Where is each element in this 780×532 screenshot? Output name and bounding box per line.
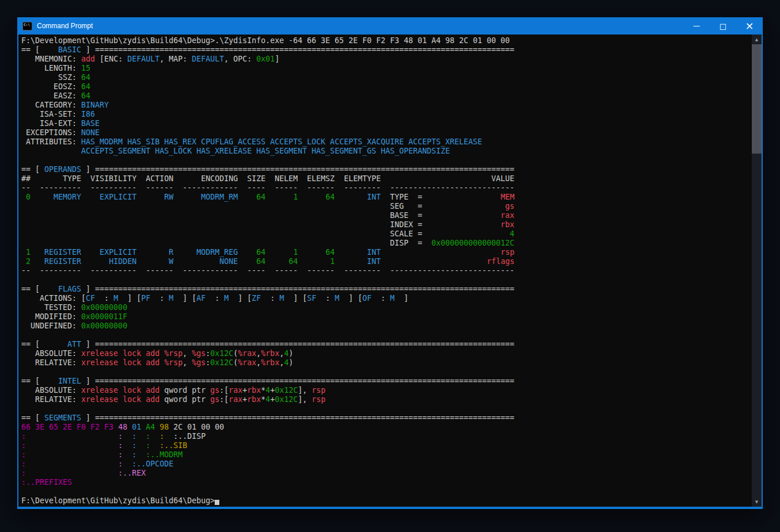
text-segment: ] [ <box>229 294 252 303</box>
text-segment: rsp <box>311 386 325 395</box>
text-segment: ATT <box>44 340 81 349</box>
terminal-line: -- --------- ---------- ------ ---------… <box>21 183 752 193</box>
text-segment: SSZ: <box>21 73 81 82</box>
text-segment: NONE <box>81 128 100 137</box>
terminal-line: == [ BASIC ] ===========================… <box>21 45 752 55</box>
scrollbar-thumb[interactable] <box>752 44 762 154</box>
text-segment: LENGTH: <box>21 64 81 72</box>
terminal-line: TESTED: 0x00000000 <box>21 303 752 312</box>
text-segment: UNDEFINED: <box>21 322 81 330</box>
terminal-line: MNEMONIC: add [ENC: DEFAULT, MAP: DEFAUL… <box>21 55 752 64</box>
text-segment: INT <box>344 248 381 257</box>
text-segment: : <box>372 294 390 303</box>
text-segment: rbx <box>501 220 515 229</box>
scroll-down-button[interactable]: ▼ <box>752 497 762 507</box>
text-segment <box>21 147 81 155</box>
terminal-line <box>21 487 752 496</box>
text-segment: :..DISP <box>173 432 206 441</box>
text-segment: :..SIB <box>159 441 187 450</box>
text-segment: : <box>150 294 169 303</box>
terminal-line: INDEX = rbx <box>21 220 752 229</box>
text-segment: ] <box>81 165 95 174</box>
text-segment: , <box>182 358 192 367</box>
terminal-line: : : : : : :..DISP <box>21 432 752 441</box>
text-segment: 0x12C <box>210 358 233 367</box>
text-segment: M <box>335 294 340 303</box>
text-segment: ATTRIBUTES: <box>21 137 81 146</box>
terminal-line: == [ SEGMENTS ] ========================… <box>21 414 752 423</box>
text-segment: : <box>132 441 136 450</box>
text-segment: MNEMONIC: <box>21 55 81 63</box>
text-segment: : <box>132 450 136 459</box>
scrollbar[interactable]: ▲ ▼ <box>752 35 762 507</box>
text-segment <box>422 211 500 220</box>
text-segment <box>21 202 390 210</box>
text-segment <box>31 248 40 257</box>
text-segment: BINARY <box>81 101 109 109</box>
terminal-line: SSZ: 64 <box>21 73 752 82</box>
text-segment: %rbx <box>261 349 279 358</box>
text-segment: F:\Development\GitHub\zydis\Build64\Debu… <box>21 36 510 45</box>
text-segment <box>136 257 146 266</box>
close-button[interactable]: × <box>736 17 763 35</box>
text-segment: ] [ <box>118 294 141 303</box>
terminal-line: F:\Development\GitHub\zydis\Build64\Debu… <box>21 36 752 45</box>
text-segment: : <box>21 450 26 459</box>
text-segment: [ENC: <box>95 55 127 63</box>
cmd-icon: C:\ <box>22 22 32 30</box>
text-segment: 64 <box>81 82 90 91</box>
text-segment: ========================================… <box>95 285 515 293</box>
text-segment: xrelease lock add %rsp <box>81 349 182 358</box>
text-segment: NONE <box>182 257 238 266</box>
text-segment: TESTED: <box>21 303 81 312</box>
text-segment <box>238 248 247 257</box>
maximize-button[interactable]: □ <box>710 17 736 35</box>
text-segment <box>81 257 90 266</box>
scroll-up-button[interactable]: ▲ <box>752 35 762 44</box>
text-segment <box>21 229 390 238</box>
text-segment: : <box>118 432 123 441</box>
text-segment: xrelease lock add <box>81 395 159 404</box>
terminal-line: == [ ATT ] =============================… <box>21 340 752 349</box>
text-segment: 0x0000011F <box>81 312 127 321</box>
text-segment: rsp <box>501 248 515 257</box>
cmd-icon-text: C:\ <box>24 22 30 26</box>
text-segment: 2 <box>21 257 31 266</box>
text-segment: SEGMENTS <box>44 414 81 422</box>
text-segment: ISA-EXT: <box>21 119 81 128</box>
text-segment <box>422 202 505 210</box>
text-segment: rsp <box>311 395 325 404</box>
text-segment: xrelease lock add <box>81 386 159 395</box>
text-segment: ========================================… <box>95 414 515 422</box>
minimize-button[interactable]: — <box>683 17 710 35</box>
text-segment: SCALE = <box>390 229 422 238</box>
text-segment <box>136 193 146 201</box>
text-segment: == [ <box>21 285 44 293</box>
terminal-line: -- --------- ---------- ------ ---------… <box>21 266 752 275</box>
text-segment: == [ <box>21 45 44 54</box>
text-segment: add <box>81 55 95 63</box>
terminal-output[interactable]: F:\Development\GitHub\zydis\Build64\Debu… <box>18 35 752 507</box>
titlebar[interactable]: C:\ Command Prompt — □ × <box>17 17 763 35</box>
text-segment: 0x01 <box>256 55 275 63</box>
text-segment: 98 <box>159 423 173 431</box>
text-segment: ], <box>298 386 311 395</box>
terminal-line: : : : :..MODRM <box>21 450 752 460</box>
text-segment: : <box>146 441 150 450</box>
text-segment <box>26 450 118 459</box>
text-segment <box>334 248 344 257</box>
text-segment: 48 <box>118 423 132 431</box>
terminal-line: ATTRIBUTES: HAS_MODRM HAS_SIB HAS_REX CP… <box>21 137 752 147</box>
text-segment: 2C 01 00 00 <box>173 423 224 431</box>
text-segment: qword ptr <box>159 395 210 404</box>
text-segment: -- --------- ---------- ------ ---------… <box>21 183 515 192</box>
text-segment: 1 <box>21 248 31 257</box>
text-segment: : <box>118 441 123 450</box>
text-segment: ] <box>81 340 95 349</box>
text-segment: : <box>21 460 26 468</box>
text-segment: ========================================… <box>95 340 515 349</box>
text-segment: SF <box>307 294 316 303</box>
text-segment <box>173 257 182 266</box>
text-segment: == [ <box>21 165 44 174</box>
text-segment <box>136 450 146 459</box>
